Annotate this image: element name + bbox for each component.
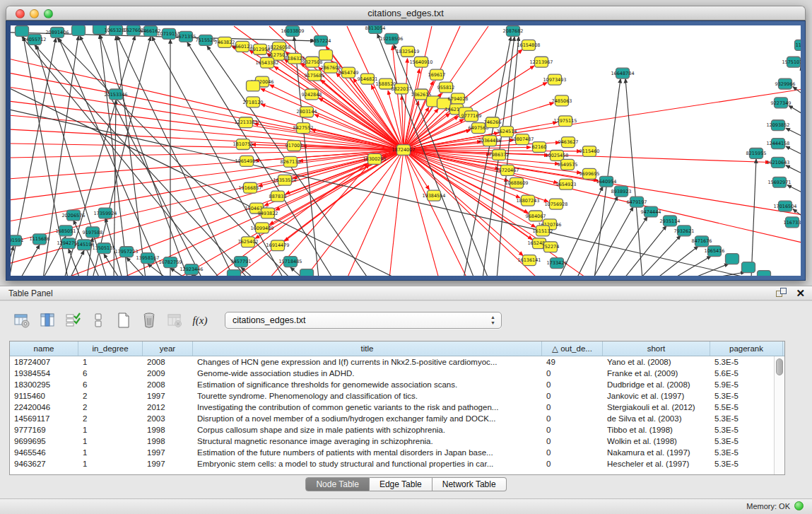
graph-node-selected[interactable]: 9175685 [305,70,325,81]
graph-node[interactable]: 7932621 [674,226,695,236]
column-header-pagerank[interactable]: pagerank [710,341,783,356]
graph-node[interactable] [726,254,739,264]
tab-edge-table[interactable]: Edge Table [370,477,433,491]
graph-node-selected[interactable]: 10756928 [544,199,567,209]
citation-edge-black[interactable] [786,165,801,174]
graph-node-selected[interactable]: 887833 [269,191,287,201]
graph-node[interactable]: 8813054 [365,25,386,33]
graph-node[interactable]: 1115686 [30,234,50,245]
graph-node[interactable]: 9227349 [771,98,792,108]
graph-node[interactable]: 8471676 [692,236,712,247]
graph-node-selected[interactable]: 16154808 [517,40,540,50]
scrollbar-thumb[interactable] [776,358,783,375]
graph-node[interactable]: 9474444 [641,206,661,217]
graph-node-selected[interactable]: 2718120 [243,97,264,107]
table-row[interactable]: 1456911722003Disruption of a novel membe… [10,413,784,424]
graph-node-selected[interactable]: 746266 [484,117,502,128]
new-table-icon[interactable] [113,310,134,330]
graph-node-selected[interactable]: 12975115 [553,116,577,127]
graph-node-selected[interactable] [247,81,260,91]
citation-edge-black[interactable] [20,245,40,276]
table-row[interactable]: 2242004622012Investigating the contribut… [10,402,784,413]
citation-edge-black[interactable] [787,185,801,193]
column-header-in_degree[interactable]: in_degree [78,341,143,356]
graph-node[interactable]: 15718485 [278,257,302,267]
graph-node[interactable]: 16033809 [281,25,304,36]
graph-node[interactable]: 16782759 [158,257,182,268]
graph-node[interactable]: 15692971 [767,177,791,187]
graph-node[interactable]: 7857224 [311,35,331,46]
citation-edge-black[interactable] [793,209,801,217]
graph-node[interactable] [228,270,241,276]
graph-node[interactable]: 20891406 [45,27,69,37]
graph-node-selected[interactable]: 1810755 [233,139,254,150]
citation-edge-black[interactable] [657,246,698,276]
graph-node-selected[interactable]: 9115460 [579,146,600,157]
citation-edge-red[interactable] [389,150,404,276]
graph-node[interactable]: 1733426 [547,258,567,269]
graph-node-selected[interactable]: 10688609 [505,177,528,188]
citation-edge-black[interactable] [786,146,801,155]
citation-edge-black[interactable] [751,159,756,276]
citation-edge-black[interactable] [640,235,681,276]
graph-node-selected[interactable] [319,49,333,60]
graph-node[interactable]: 17016504 [773,201,796,211]
citation-edge-black[interactable] [116,36,146,276]
citation-edge-red[interactable] [404,150,801,243]
table-row[interactable]: 977716911998Corpus callosum shape and si… [10,424,784,436]
graph-node[interactable]: 9457791 [231,257,252,267]
graph-node-selected[interactable]: 9699695 [579,168,600,179]
citation-edge-red[interactable] [261,104,404,150]
graph-node-selected[interactable]: 16353534 [273,175,296,185]
graph-node-selected[interactable]: 19654985 [235,156,258,166]
delete-table-icon[interactable] [164,310,185,330]
graph-node[interactable]: 2087682 [503,25,524,36]
graph-node-selected[interactable]: 18807243 [516,195,539,206]
graph-node-selected[interactable]: 752274 [542,242,560,252]
citation-edge-black[interactable] [789,105,801,114]
graph-node-selected[interactable]: 917003 [286,141,303,151]
graph-node[interactable]: 391591 [11,235,23,246]
graph-node[interactable]: 116733 [784,217,801,228]
graph-node-selected[interactable]: 9654923 [556,179,577,189]
graph-node[interactable]: 7515526 [196,35,216,45]
graph-node[interactable]: 15751074 [782,57,801,67]
citation-edge-red[interactable] [404,150,439,276]
graph-node-selected[interactable]: 9242848 [302,89,322,100]
column-visibility-icon[interactable] [37,310,58,330]
citation-edge-black[interactable] [692,264,729,276]
graph-node-selected[interactable]: 62160 [532,142,547,153]
graph-node-selected[interactable]: 955812 [437,82,455,93]
graph-node-selected[interactable]: 10807487 [510,134,534,145]
graph-node-selected[interactable]: 169617 [428,69,446,80]
window-titlebar[interactable]: citations_edges.txt [6,6,806,21]
graph-node[interactable]: 1640954 [596,176,617,187]
column-header-out_de[interactable]: △ out_de... [542,341,603,356]
minimize-window-icon[interactable] [30,9,39,18]
vertical-scrollbar[interactable] [774,356,784,474]
delete-column-icon[interactable] [139,310,160,330]
citation-edge-black[interactable] [577,197,618,276]
citation-edge-black[interactable] [22,37,220,276]
new-column-icon[interactable] [11,310,33,330]
graph-node[interactable]: 12093852 [766,120,789,131]
graph-node[interactable]: 16648784 [611,68,634,78]
graph-node-selected[interactable]: 10973493 [543,74,566,85]
citation-edge-black[interactable] [786,128,801,136]
tab-node-table[interactable]: Node Table [305,477,370,491]
column-header-name[interactable]: name [10,341,78,356]
graph-node-selected[interactable]: 15640910 [409,57,433,67]
graph-node-selected[interactable]: 7625402 [238,237,259,247]
table-selector-dropdown[interactable]: citations_edges.txt ▲▼ [225,312,502,329]
table-row[interactable]: 1830029562008Estimation of significance … [10,379,784,390]
graph-node[interactable]: 13505135 [92,243,115,254]
column-header-title[interactable]: title [193,341,542,356]
network-canvas[interactable]: 1872400718300295193845547463822866012389… [11,25,801,276]
graph-node[interactable]: 8938923 [611,186,632,197]
graph-node-selected[interactable]: 12213967 [529,57,553,67]
close-window-icon[interactable] [16,9,25,18]
graph-node[interactable]: 9329966 [775,78,796,89]
graph-node-selected[interactable]: 9684067 [526,211,546,221]
graph-node-selected[interactable]: 18325419 [396,46,419,57]
float-panel-icon[interactable] [776,288,787,299]
